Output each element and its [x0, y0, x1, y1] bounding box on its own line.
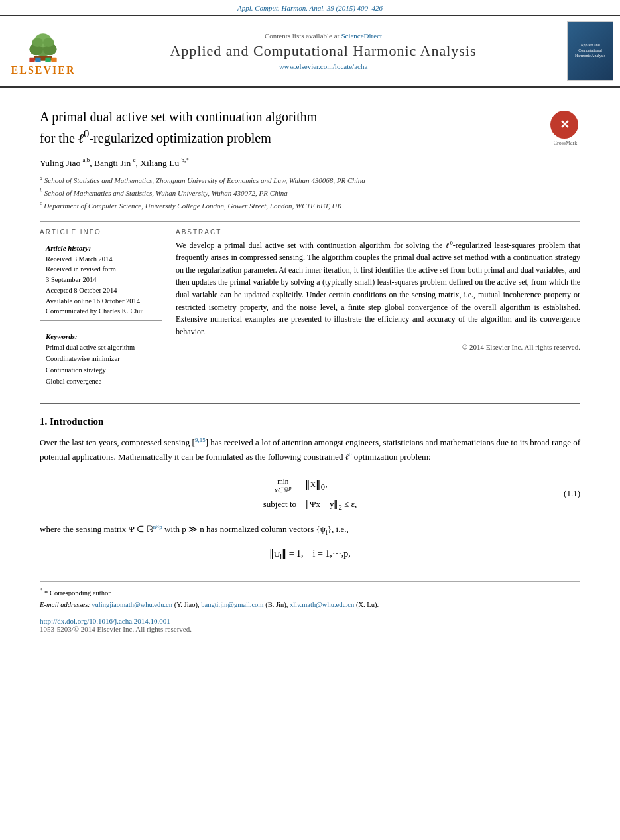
- history-revised-label: Received in revised form: [46, 264, 156, 275]
- email-1-link[interactable]: yulingjiaomath@whu.edu.cn: [92, 601, 172, 608]
- history-revised-date: 3 September 2014: [46, 275, 156, 285]
- eq1-block: minx∈ℝp ‖x‖0, subject to ‖Ψx − y‖2 ≤ ε,: [263, 474, 357, 514]
- info-abstract-columns: ARTICLE INFO Article history: Received 3…: [40, 228, 580, 392]
- eq1-number: (1.1): [564, 488, 580, 499]
- elsevier-tree-icon: [20, 27, 66, 63]
- affiliations: a School of Statistics and Mathematics, …: [40, 175, 580, 211]
- keyword-2: Coordinatewise minimizer: [46, 354, 156, 365]
- main-content: A primal dual active set with continuati…: [0, 88, 620, 646]
- svg-point-5: [32, 38, 44, 47]
- journal-ref-text: Appl. Comput. Harmon. Anal. 39 (2015) 40…: [237, 4, 383, 12]
- equation-2: ‖ψi‖ = 1, i = 1,⋯,p,: [40, 548, 580, 561]
- corresponding-author-note: * * Corresponding author.: [40, 586, 580, 598]
- authors-line: Yuling Jiao a,b, Bangti Jin c, Xiliang L…: [40, 157, 580, 169]
- sciencedirect-link[interactable]: ScienceDirect: [341, 32, 382, 40]
- intro-paragraph-1: Over the last ten years, compressed sens…: [40, 435, 580, 464]
- footnotes: * * Corresponding author. E-mail address…: [40, 581, 580, 610]
- section-divider-1: [40, 221, 580, 222]
- svg-rect-8: [29, 57, 34, 62]
- crossmark-label: CrossMark: [550, 140, 580, 146]
- affiliation-a-text: School of Statistics and Mathematics, Zh…: [44, 176, 365, 184]
- journal-reference: Appl. Comput. Harmon. Anal. 39 (2015) 40…: [0, 0, 620, 15]
- title-line1: A primal dual active set with continuati…: [40, 109, 317, 124]
- email2-author: (B. Jin),: [265, 601, 288, 608]
- history-received: Received 3 March 2014: [46, 254, 156, 265]
- emails-label: E-mail addresses:: [40, 601, 90, 608]
- affiliation-b-text: School of Mathematics and Statistics, Wu…: [44, 189, 288, 197]
- keyword-4: Global convergence: [46, 376, 156, 387]
- affiliation-b: b School of Mathematics and Statistics, …: [40, 187, 580, 198]
- crossmark-icon: ✕: [550, 111, 578, 139]
- svg-rect-10: [45, 57, 50, 62]
- keywords-title: Keywords:: [46, 332, 156, 340]
- corresponding-text: * Corresponding author.: [44, 589, 112, 596]
- keywords-box: Keywords: Primal dual active set algorit…: [40, 328, 162, 391]
- abstract-text: We develop a primal dual active set with…: [176, 240, 580, 338]
- eq1-min-line: minx∈ℝp ‖x‖0,: [263, 477, 357, 494]
- article-info-title: ARTICLE INFO: [40, 228, 162, 236]
- doi-link[interactable]: http://dx.doi.org/10.1016/j.acha.2014.10…: [40, 617, 170, 625]
- main-section-divider: [40, 403, 580, 404]
- journal-header-center: Contents lists available at ScienceDirec…: [88, 32, 559, 70]
- keyword-3: Continuation strategy: [46, 365, 156, 376]
- abstract-section: ABSTRACT We develop a primal dual active…: [176, 228, 580, 392]
- paper-title: A primal dual active set with continuati…: [40, 107, 544, 147]
- email-addresses-line: E-mail addresses: yulingjiaomath@whu.edu…: [40, 600, 580, 610]
- section-1-title: 1. Introduction: [40, 416, 580, 427]
- email3-author: (X. Lu).: [356, 601, 379, 608]
- article-info-column: ARTICLE INFO Article history: Received 3…: [40, 228, 162, 392]
- contents-available-text: Contents lists available at ScienceDirec…: [88, 32, 559, 40]
- history-communicated: Communicated by Charles K. Chui: [46, 306, 156, 316]
- affiliation-a: a School of Statistics and Mathematics, …: [40, 175, 580, 186]
- doi-copyright: 1053-5203/© 2014 Elsevier Inc. All right…: [40, 625, 580, 633]
- affiliation-c: c Department of Computer Science, Univer…: [40, 200, 580, 211]
- abstract-title: ABSTRACT: [176, 228, 580, 236]
- history-accepted: Accepted 8 October 2014: [46, 285, 156, 296]
- affiliation-c-text: Department of Computer Science, Universi…: [44, 202, 341, 210]
- email1-author: (Y. Jiao),: [174, 601, 200, 608]
- history-online: Available online 16 October 2014: [46, 296, 156, 307]
- eq1-subject-line: subject to ‖Ψx − y‖2 ≤ ε,: [263, 499, 357, 511]
- contents-text: Contents lists available at: [265, 32, 340, 40]
- svg-point-6: [43, 38, 54, 47]
- svg-rect-9: [35, 57, 40, 62]
- crossmark-badge: ✕ CrossMark: [550, 111, 580, 141]
- intro-paragraph-2: where the sensing matrix Ψ ∈ ℝn×p with p…: [40, 522, 580, 538]
- journal-header: ELSEVIER Contents lists available at Sci…: [0, 15, 620, 88]
- elsevier-brand-text: ELSEVIER: [11, 64, 76, 76]
- journal-title: Applied and Computational Harmonic Analy…: [88, 42, 559, 60]
- doi-url: http://dx.doi.org/10.1016/j.acha.2014.10…: [40, 617, 580, 625]
- journal-url: www.elsevier.com/locate/acha: [88, 62, 559, 70]
- doi-section: http://dx.doi.org/10.1016/j.acha.2014.10…: [40, 617, 580, 633]
- journal-cover-image: Applied andComputationalHarmonic Analysi…: [567, 21, 613, 81]
- keyword-1: Primal dual active set algorithm: [46, 342, 156, 354]
- history-title: Article history:: [46, 244, 156, 252]
- elsevier-logo: ELSEVIER: [7, 27, 80, 76]
- email-3-link[interactable]: xllv.math@whu.edu.cn: [290, 601, 354, 608]
- equation-1-1: minx∈ℝp ‖x‖0, subject to ‖Ψx − y‖2 ≤ ε, …: [40, 474, 580, 514]
- article-history-box: Article history: Received 3 March 2014 R…: [40, 240, 162, 322]
- cover-text: Applied andComputationalHarmonic Analysi…: [575, 43, 605, 58]
- copyright-text: © 2014 Elsevier Inc. All rights reserved…: [176, 343, 580, 351]
- email-2-link[interactable]: bangti.jin@gmail.com: [201, 601, 263, 608]
- paper-title-section: A primal dual active set with continuati…: [40, 107, 580, 147]
- svg-rect-11: [51, 57, 56, 62]
